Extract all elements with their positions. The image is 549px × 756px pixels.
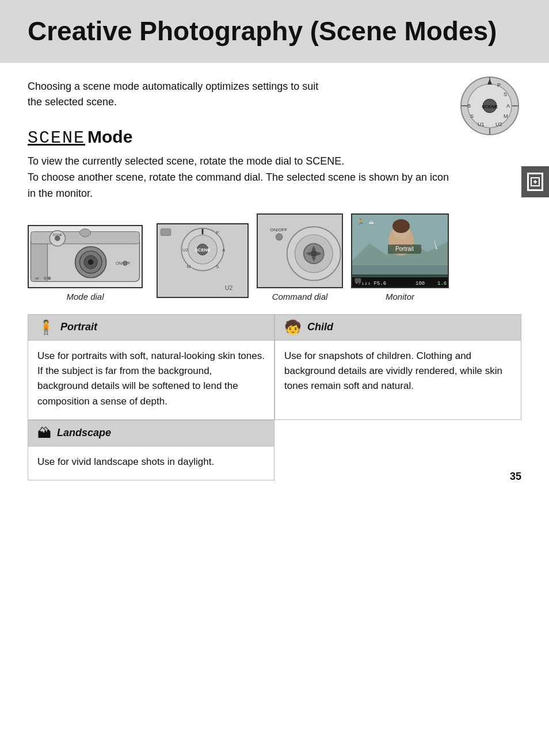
- svg-rect-48: [161, 228, 170, 235]
- svg-point-59: [310, 250, 317, 257]
- camera-body2-svg: ON/OFF: [258, 215, 342, 287]
- svg-text:P: P: [216, 230, 219, 235]
- portrait-icon: 🧍: [37, 319, 55, 335]
- scene-cards: 🧍 Portrait Use for portraits with soft, …: [28, 314, 521, 481]
- svg-text:U1: U1: [478, 121, 485, 127]
- svg-text:A: A: [222, 247, 226, 252]
- svg-text:SCENE: SCENE: [482, 104, 498, 109]
- bookmark-svg: [530, 177, 540, 187]
- svg-text:SCENE: SCENE: [195, 247, 211, 253]
- monitor-diagram: Portrait 🏃 ⛰ SCENE ¹⁄₁₂₅ F5.6 100: [351, 213, 449, 301]
- svg-text:P: P: [497, 82, 501, 88]
- svg-point-30: [88, 259, 94, 265]
- child-card-header: 🧒 Child: [275, 315, 521, 341]
- svg-point-51: [276, 234, 283, 240]
- svg-text:Portrait: Portrait: [395, 246, 414, 252]
- svg-text:U2: U2: [225, 284, 233, 291]
- monitor-svg: Portrait 🏃 ⛰ SCENE ¹⁄₁₂₅ F5.6 100: [352, 215, 449, 288]
- mode-bold-label: Mode: [87, 127, 132, 147]
- monitor-label: Monitor: [386, 292, 414, 301]
- command-dial-label2: Command dial: [272, 292, 328, 301]
- monitor-image: Portrait 🏃 ⛰ SCENE ¹⁄₁₂₅ F5.6 100: [351, 213, 449, 288]
- svg-text:AF: AF: [35, 276, 40, 280]
- landscape-card: 🏔 Landscape Use for vivid landscape shot…: [28, 420, 274, 480]
- svg-point-25: [55, 235, 60, 241]
- svg-point-35: [47, 276, 51, 280]
- bookmark-inner: [527, 173, 543, 191]
- page-number: 35: [510, 471, 521, 483]
- scene-description: To view the currently selected scene, ro…: [28, 154, 453, 202]
- command-dial-zoom-image: SCENE P A S M U2 U2: [157, 223, 249, 298]
- svg-text:⛰: ⛰: [368, 219, 374, 225]
- command-dial-diagram: ON/OFF Command d: [257, 213, 343, 301]
- command-dial-diagram-zoom: SCENE P A S M U2 U2: [151, 223, 249, 301]
- svg-point-34: [44, 276, 47, 280]
- dial-image-top: SCENE P S A M U2 U1 S B: [458, 74, 521, 138]
- landscape-icon: 🏔: [37, 425, 51, 441]
- svg-text:S: S: [470, 113, 474, 119]
- page: Creative Photography (Scene Modes) Choos…: [0, 0, 549, 756]
- child-card: 🧒 Child Use for snapshots of children. C…: [274, 314, 521, 420]
- svg-point-26: [79, 228, 90, 236]
- camera-body2-image: ON/OFF: [257, 213, 343, 288]
- svg-text:🏃: 🏃: [357, 218, 364, 226]
- header-band: Creative Photography (Scene Modes): [0, 0, 549, 63]
- svg-point-65: [392, 219, 410, 233]
- diagrams-row: SCENE ON/OFF AF: [28, 213, 521, 301]
- svg-text:B: B: [467, 103, 471, 109]
- child-title: Child: [307, 321, 333, 333]
- portrait-title: Portrait: [60, 321, 97, 333]
- camera-body-image: SCENE ON/OFF AF: [28, 225, 143, 288]
- svg-text:U2: U2: [495, 121, 502, 127]
- mode-dial-svg: SCENE P S A M U2 U1 S B: [458, 74, 521, 138]
- mode-dial-label: Mode dial: [66, 292, 104, 301]
- command-dial-zoom-svg: SCENE P A S M U2 U2: [158, 224, 247, 297]
- portrait-card: 🧍 Portrait Use for portraits with soft, …: [28, 314, 274, 420]
- landscape-card-header: 🏔 Landscape: [28, 421, 274, 446]
- svg-text:ON/OFF: ON/OFF: [270, 227, 288, 232]
- svg-text:S: S: [216, 264, 219, 269]
- page-title: Creative Photography (Scene Modes): [28, 16, 521, 47]
- portrait-body: Use for portraits with soft, natural-loo…: [28, 341, 274, 419]
- camera-body-svg: SCENE ON/OFF AF: [29, 226, 142, 287]
- child-body: Use for snapshots of children. Clothing …: [275, 341, 521, 404]
- svg-text:A: A: [506, 103, 510, 109]
- svg-text:M: M: [187, 264, 190, 269]
- scene-mono-label: SCENE: [28, 128, 85, 148]
- bookmark-icon: [521, 166, 549, 197]
- mode-dial-diagram: SCENE ON/OFF AF: [28, 225, 143, 301]
- svg-text:1.6: 1.6: [437, 281, 447, 287]
- portrait-card-header: 🧍 Portrait: [28, 315, 274, 341]
- svg-text:M: M: [504, 113, 508, 119]
- landscape-body: Use for vivid landscape shots in dayligh…: [28, 446, 274, 480]
- content-area: Choosing a scene mode automatically opti…: [0, 63, 549, 497]
- landscape-title: Landscape: [57, 427, 111, 439]
- svg-text:S: S: [504, 91, 507, 97]
- svg-rect-78: [355, 278, 361, 282]
- child-icon: 🧒: [284, 319, 302, 335]
- intro-text: Choosing a scene mode automatically opti…: [28, 79, 327, 110]
- svg-text:100: 100: [415, 281, 425, 287]
- svg-text:U2: U2: [182, 247, 188, 252]
- svg-point-32: [123, 261, 128, 265]
- scene-mode-heading: SCENE Mode: [28, 127, 521, 148]
